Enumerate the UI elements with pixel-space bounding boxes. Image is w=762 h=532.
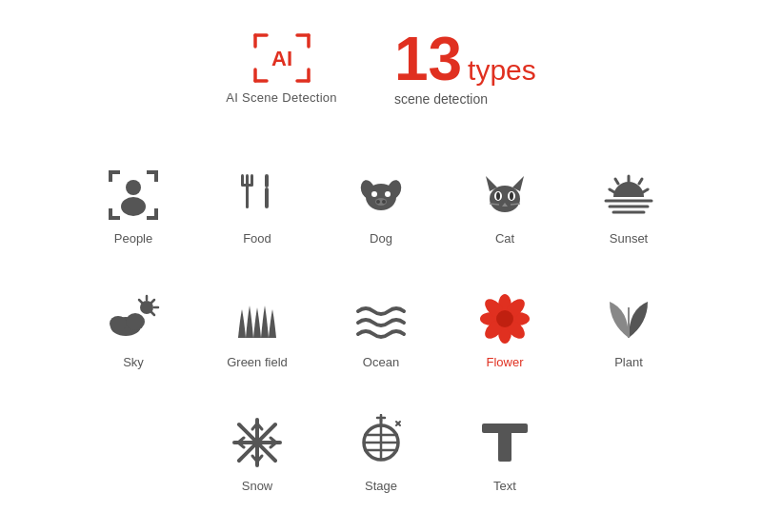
stage-icon [352, 414, 410, 471]
cell-cat: Cat [443, 135, 567, 259]
sky-icon [105, 290, 162, 347]
greenfield-icon [229, 290, 286, 347]
svg-point-26 [490, 186, 520, 212]
svg-rect-15 [246, 186, 249, 208]
svg-line-37 [610, 189, 614, 192]
count-line: 13 types [394, 29, 536, 89]
svg-line-34 [490, 204, 499, 205]
plant-label: Plant [614, 355, 643, 369]
svg-point-31 [496, 192, 500, 200]
svg-point-75 [253, 439, 261, 446]
dog-icon [352, 167, 410, 224]
svg-line-48 [151, 312, 154, 315]
svg-rect-2 [109, 170, 112, 182]
svg-point-61 [496, 310, 513, 327]
svg-point-52 [110, 316, 127, 331]
svg-point-21 [371, 191, 377, 197]
count-types: types [468, 54, 536, 87]
cell-empty1 [71, 383, 195, 506]
svg-point-32 [510, 192, 513, 200]
sky-label: Sky [123, 355, 144, 369]
svg-text:AI: AI [271, 47, 292, 70]
snow-icon [229, 414, 286, 471]
svg-rect-17 [265, 187, 269, 208]
sunset-icon [600, 167, 657, 224]
svg-point-25 [382, 200, 386, 204]
cell-sunset: Sunset [567, 135, 691, 259]
food-label: Food [243, 231, 271, 246]
svg-line-35 [511, 204, 520, 205]
flower-icon [476, 290, 533, 347]
people-label: People [114, 231, 152, 246]
cat-icon [476, 167, 533, 224]
cell-text: Text [443, 383, 567, 506]
cell-stage: Stage [319, 383, 443, 506]
ocean-label: Ocean [363, 355, 399, 369]
cell-snow: Snow [195, 383, 319, 506]
ocean-icon [352, 290, 410, 347]
stage-label: Stage [365, 479, 397, 493]
sunset-label: Sunset [610, 231, 648, 246]
svg-line-49 [139, 300, 142, 303]
plant-icon [600, 290, 657, 347]
svg-rect-6 [109, 216, 120, 220]
svg-line-38 [643, 189, 648, 192]
text-label: Text [493, 479, 516, 493]
people-icon [105, 167, 162, 224]
svg-point-9 [126, 180, 141, 195]
svg-rect-87 [498, 431, 511, 462]
header: AI AI Scene Detection 13 types scene det… [226, 0, 536, 126]
count-number: 13 [394, 29, 462, 89]
svg-point-22 [385, 191, 391, 197]
cell-ocean: Ocean [319, 259, 443, 383]
ai-logo: AI AI Scene Detection [226, 31, 337, 105]
cell-food: Food [195, 135, 319, 259]
ai-bracket-icon: AI [251, 31, 312, 85]
dog-label: Dog [370, 231, 392, 246]
svg-rect-8 [147, 216, 158, 220]
svg-line-39 [615, 179, 618, 184]
cell-empty2 [567, 383, 691, 506]
flower-label: Flower [486, 355, 523, 369]
svg-point-24 [376, 200, 380, 204]
count-sub: scene detection [394, 91, 488, 107]
svg-point-51 [126, 313, 145, 330]
svg-rect-16 [265, 174, 269, 187]
cell-flower: Flower [443, 259, 567, 383]
greenfield-label: Green field [227, 355, 288, 369]
svg-point-10 [121, 197, 146, 216]
svg-rect-4 [154, 170, 158, 182]
svg-line-47 [151, 300, 154, 303]
cell-plant: Plant [567, 259, 691, 383]
svg-line-40 [639, 179, 642, 184]
cell-sky: Sky [71, 259, 195, 383]
count-wrap: 13 types scene detection [394, 29, 536, 107]
scene-grid: People Food [71, 135, 691, 506]
food-icon [229, 167, 286, 224]
cell-people: People [71, 135, 195, 259]
cat-label: Cat [495, 231, 514, 246]
snow-label: Snow [242, 479, 273, 493]
cell-greenfield: Green field [195, 259, 319, 383]
cell-dog: Dog [319, 135, 443, 259]
text-icon [476, 414, 533, 471]
ai-label: AI Scene Detection [226, 90, 337, 105]
